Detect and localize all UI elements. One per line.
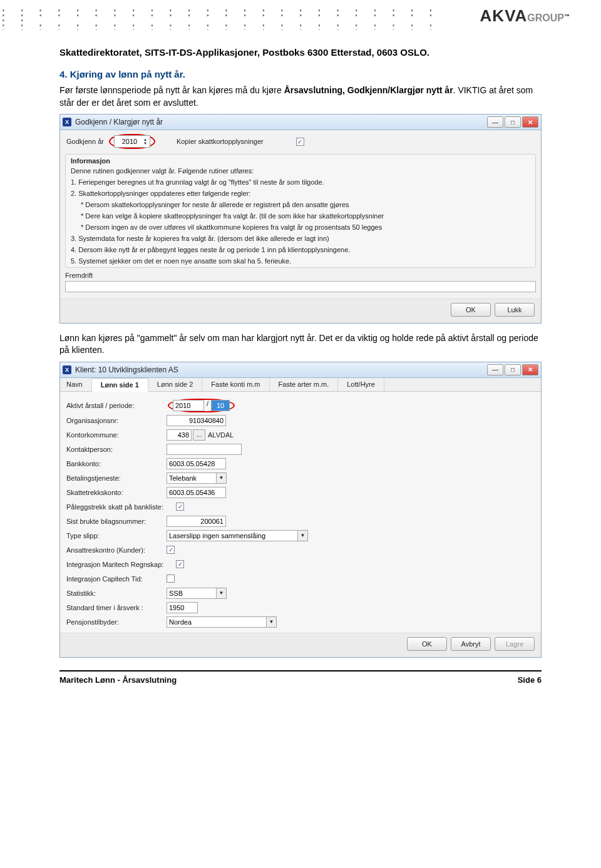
year-input[interactable] — [117, 138, 142, 145]
app-icon: X — [63, 118, 71, 126]
bank-label: Bankkonto: — [66, 460, 167, 467]
titlebar: X Klient: 10 Utviklingsklienten AS — □ ✕ — [60, 362, 541, 378]
period-input[interactable] — [211, 400, 230, 411]
pensjon-label: Pensjonstilbyder: — [66, 618, 167, 626]
decorative-dots: . . . . . . . . . . . . . . . . . . . . … — [0, 5, 438, 30]
active-year-label: Aktivt årstall / periode: — [66, 402, 167, 409]
ansatt-checkbox[interactable]: ✓ — [167, 546, 175, 554]
timer-input[interactable] — [167, 602, 198, 613]
year-input[interactable] — [173, 400, 204, 411]
section-heading: 4. Kjøring av lønn på nytt år. — [59, 69, 542, 79]
orgnr-label: Organisasjonsnr: — [66, 417, 167, 424]
klient-dialog: X Klient: 10 Utviklingsklienten AS — □ ✕… — [59, 362, 542, 658]
progress-label: Fremdrift — [65, 272, 536, 279]
footer-rule — [59, 670, 542, 671]
info-line: * Dersom skattekortopplysninger for nest… — [66, 200, 535, 211]
tab-navn[interactable]: Navn — [60, 378, 92, 391]
info-groupbox: Informasjon Denne rutinen godkjenner val… — [65, 154, 536, 267]
year-spinner[interactable]: ▲▼ — [114, 135, 150, 148]
info-title: Informasjon — [66, 155, 535, 166]
close-dialog-button[interactable]: Lukk — [495, 303, 535, 317]
close-button[interactable]: ✕ — [522, 116, 538, 128]
slipp-value[interactable] — [167, 530, 298, 541]
ok-button[interactable]: OK — [407, 637, 447, 651]
minimize-button[interactable]: — — [487, 116, 503, 128]
minimize-button[interactable]: — — [487, 364, 503, 375]
betaling-dropdown[interactable]: ▼ — [167, 472, 227, 484]
maritech-checkbox[interactable]: ✓ — [176, 560, 184, 568]
skatt-input[interactable] — [167, 487, 226, 498]
kontor-code-input[interactable] — [167, 429, 192, 441]
info-line: Denne rutinen godkjenner valgt år. Følge… — [66, 166, 535, 177]
tab-bar: Navn Lønn side 1 Lønn side 2 Faste konti… — [60, 378, 541, 392]
progress-bar — [65, 281, 536, 292]
tab-arter[interactable]: Faste arter m.m. — [270, 378, 339, 391]
kontor-label: Kontorkommune: — [66, 431, 167, 439]
tab-lonn1[interactable]: Lønn side 1 — [92, 378, 148, 392]
paragraph-1: Før første lønnsperiode på nytt år kan k… — [59, 84, 542, 109]
godkjenn-dialog: X Godkjenn / Klargjør nytt år — □ ✕ Godk… — [59, 114, 542, 323]
bank-input[interactable] — [167, 458, 226, 469]
palegg-checkbox[interactable]: ✓ — [176, 503, 184, 511]
orgnr-input[interactable] — [167, 415, 226, 426]
logo-sub: GROUP — [527, 13, 564, 23]
chevron-down-icon[interactable]: ▼ — [267, 616, 277, 628]
timer-label: Standard timer i årsverk : — [66, 604, 167, 611]
close-button[interactable]: ✕ — [522, 364, 538, 375]
stat-dropdown[interactable]: ▼ — [167, 588, 227, 599]
palegg-label: Påleggstrekk skatt på bankliste: — [66, 503, 176, 511]
highlight-circle: / — [168, 399, 235, 412]
kontakt-input[interactable] — [167, 444, 242, 455]
logo-main: AKVA — [480, 6, 528, 25]
logo-tm: ™ — [564, 13, 570, 19]
kontakt-label: Kontaktperson: — [66, 446, 167, 453]
stat-label: Statistikk: — [66, 590, 167, 597]
tab-lott[interactable]: Lott/Hyre — [338, 378, 384, 391]
betaling-label: Betalingstjeneste: — [66, 474, 167, 482]
chevron-down-icon[interactable]: ▼ — [217, 588, 227, 599]
betaling-value[interactable] — [167, 472, 217, 484]
maritech-label: Integrasjon Maritech Regnskap: — [66, 561, 176, 568]
stat-value[interactable] — [167, 588, 217, 599]
lookup-button[interactable]: ... — [193, 429, 205, 441]
info-line: 4. Dersom ikke nytt år er påbegynt legge… — [66, 245, 535, 256]
spin-down-icon[interactable]: ▼ — [143, 141, 147, 145]
info-line: 1. Feriepenger beregnes ut fra grunnlag … — [66, 177, 535, 188]
app-icon: X — [63, 365, 71, 374]
bilag-input[interactable] — [167, 516, 226, 527]
save-button[interactable]: Lagre — [495, 637, 535, 651]
copy-tax-checkbox[interactable]: ✓ — [296, 138, 304, 146]
highlight-circle: ▲▼ — [109, 134, 155, 149]
ok-button[interactable]: OK — [451, 303, 491, 317]
para1-b: Årsavslutning, Godkjenn/Klargjør nytt år — [284, 85, 453, 95]
slipp-label: Type slipp: — [66, 532, 167, 539]
section-title: Kjøring av lønn på nytt år. — [70, 69, 185, 79]
chevron-down-icon[interactable]: ▼ — [217, 472, 227, 484]
chevron-down-icon[interactable]: ▼ — [298, 530, 308, 541]
kontor-name: ALVDAL — [208, 431, 234, 439]
titlebar-text: Godkjenn / Klargjør nytt år — [75, 118, 486, 126]
maximize-button[interactable]: □ — [505, 116, 521, 128]
info-line: * Dere kan velge å kopiere skatteopplysn… — [66, 211, 535, 222]
company-logo: AKVAGROUP™ — [480, 6, 570, 26]
skatt-label: Skattetrekkskonto: — [66, 489, 167, 496]
tab-lonn2[interactable]: Lønn side 2 — [148, 378, 202, 391]
footer-left: Maritech Lønn - Årsavslutning — [59, 675, 177, 685]
para1-a: Før første lønnsperiode på nytt år kan k… — [59, 85, 284, 95]
titlebar-text: Klient: 10 Utviklingsklienten AS — [75, 365, 486, 374]
bilag-label: Sist brukte bilagsnummer: — [66, 518, 167, 525]
paragraph-2: Lønn kan kjøres på "gammelt" år selv om … — [59, 332, 542, 357]
cancel-button[interactable]: Avbryt — [451, 637, 491, 651]
capitech-checkbox[interactable] — [167, 574, 175, 583]
pensjon-dropdown[interactable]: ▼ — [167, 616, 277, 628]
info-line: * Dersom ingen av de over utføres vil sk… — [66, 222, 535, 233]
info-line: 5. Systemet sjekker om det er noen nye a… — [66, 256, 535, 267]
pensjon-value[interactable] — [167, 616, 267, 628]
info-line: 2. Skattekortopplysninger oppdateres ett… — [66, 188, 535, 200]
footer-right: Side 6 — [518, 675, 542, 685]
section-number: 4. — [59, 69, 68, 79]
slipp-dropdown[interactable]: ▼ — [167, 530, 308, 541]
approve-year-label: Godkjenn år — [66, 138, 104, 145]
maximize-button[interactable]: □ — [505, 364, 521, 375]
tab-konti[interactable]: Faste konti m.m — [202, 378, 269, 391]
